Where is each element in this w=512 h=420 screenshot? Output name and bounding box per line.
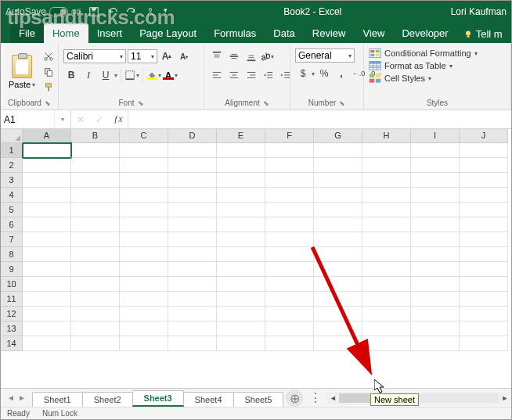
alignment-launcher[interactable]: ⬊ [263, 99, 269, 107]
cell-H4[interactable] [362, 188, 411, 203]
number-launcher[interactable]: ⬊ [339, 99, 345, 107]
row-header-11[interactable]: 11 [1, 292, 23, 307]
cell-C9[interactable] [120, 262, 168, 277]
col-header-j[interactable]: J [460, 129, 508, 143]
cell-G3[interactable] [314, 173, 362, 188]
autosave-toggle[interactable]: AutoSave Off [5, 6, 81, 17]
cell-C13[interactable] [120, 321, 168, 336]
cell-E7[interactable] [217, 232, 265, 247]
cell-D8[interactable] [168, 247, 217, 262]
cell-C12[interactable] [120, 307, 168, 321]
cell-C3[interactable] [120, 173, 168, 188]
cell-B2[interactable] [71, 158, 120, 173]
sheet-tab-3[interactable]: Sheet3 [132, 390, 184, 407]
cell-B4[interactable] [71, 188, 120, 203]
cell-H8[interactable] [362, 247, 411, 262]
font-launcher[interactable]: ⬊ [138, 99, 144, 107]
clipboard-launcher[interactable]: ⬊ [45, 99, 51, 107]
cell-F4[interactable] [265, 188, 314, 203]
format-as-table-button[interactable]: Format as Table▾ [369, 59, 453, 72]
cell-H10[interactable] [362, 277, 411, 292]
name-box-dropdown[interactable]: ▾ [54, 110, 70, 128]
tab-view[interactable]: View [354, 23, 393, 43]
format-painter-button[interactable] [41, 81, 56, 94]
cell-D4[interactable] [168, 188, 217, 203]
cell-G9[interactable] [314, 262, 362, 277]
cell-I8[interactable] [411, 247, 460, 262]
cancel-formula-button[interactable]: ✕ [71, 114, 90, 125]
row-header-14[interactable]: 14 [1, 336, 23, 351]
cell-F11[interactable] [265, 292, 314, 307]
border-button[interactable]: ▾ [124, 70, 139, 81]
cell-H12[interactable] [362, 307, 411, 321]
accounting-button[interactable]: $▾ [295, 66, 315, 81]
font-name-combo[interactable]: Calibri▾ [63, 49, 126, 63]
align-middle-button[interactable] [226, 48, 242, 64]
align-left-button[interactable] [209, 67, 225, 83]
new-sheet-button[interactable]: ⊕ [286, 389, 303, 407]
cell-F5[interactable] [265, 203, 314, 217]
row-header-8[interactable]: 8 [1, 247, 23, 262]
cell-E14[interactable] [217, 336, 265, 351]
row-header-7[interactable]: 7 [1, 232, 23, 247]
tab-file[interactable]: File [10, 23, 44, 43]
cell-E6[interactable] [217, 217, 265, 232]
scroll-right-button[interactable]: ► [499, 394, 511, 402]
cell-B7[interactable] [71, 232, 120, 247]
conditional-formatting-button[interactable]: Conditional Formatting▾ [369, 47, 478, 59]
cell-C1[interactable] [120, 143, 168, 158]
cell-F13[interactable] [265, 321, 314, 336]
cell-E12[interactable] [217, 307, 265, 321]
cell-I5[interactable] [411, 203, 460, 217]
cell-J8[interactable] [460, 247, 508, 262]
formula-bar-input[interactable] [128, 110, 511, 128]
row-header-13[interactable]: 13 [1, 321, 23, 336]
cell-G14[interactable] [314, 336, 362, 351]
name-box[interactable]: ▾ [1, 110, 71, 128]
cell-H13[interactable] [362, 321, 411, 336]
number-format-combo[interactable]: General▾ [295, 48, 355, 63]
cell-D2[interactable] [168, 158, 217, 173]
cell-F6[interactable] [265, 217, 314, 232]
cell-J10[interactable] [460, 277, 508, 292]
cell-A1[interactable] [23, 143, 71, 158]
cell-D9[interactable] [168, 262, 217, 277]
cell-D3[interactable] [168, 173, 217, 188]
comma-button[interactable]: , [334, 66, 349, 81]
col-header-i[interactable]: I [411, 129, 460, 143]
cell-I9[interactable] [411, 262, 460, 277]
cell-B12[interactable] [71, 307, 120, 321]
cell-G2[interactable] [314, 158, 362, 173]
cell-H9[interactable] [362, 262, 411, 277]
cell-A8[interactable] [23, 247, 71, 262]
cell-A7[interactable] [23, 232, 71, 247]
tell-me[interactable]: Tell m [457, 25, 509, 43]
grow-font-button[interactable]: A▴ [159, 48, 175, 64]
cell-F10[interactable] [265, 277, 314, 292]
name-box-input[interactable] [1, 110, 54, 128]
cell-A9[interactable] [23, 262, 71, 277]
col-header-c[interactable]: C [120, 129, 168, 143]
cell-J2[interactable] [460, 158, 508, 173]
cell-D10[interactable] [168, 277, 217, 292]
cell-G12[interactable] [314, 307, 362, 321]
cell-H7[interactable] [362, 232, 411, 247]
paste-button[interactable]: Paste▾ [5, 53, 38, 91]
horizontal-scrollbar[interactable]: ◄ ► [326, 392, 511, 404]
scroll-left-button[interactable]: ◄ [326, 394, 339, 402]
touch-mode-icon[interactable] [145, 6, 156, 17]
cell-A2[interactable] [23, 158, 71, 173]
cell-F8[interactable] [265, 247, 314, 262]
cell-G5[interactable] [314, 203, 362, 217]
cell-E11[interactable] [217, 292, 265, 307]
cell-F14[interactable] [265, 336, 314, 351]
italic-button[interactable]: I [81, 67, 96, 83]
cell-A12[interactable] [23, 307, 71, 321]
cell-B13[interactable] [71, 321, 120, 336]
row-header-12[interactable]: 12 [1, 307, 23, 321]
cell-H2[interactable] [362, 158, 411, 173]
cell-A10[interactable] [23, 277, 71, 292]
cell-J9[interactable] [460, 262, 508, 277]
cell-I6[interactable] [411, 217, 460, 232]
cell-C11[interactable] [120, 292, 168, 307]
